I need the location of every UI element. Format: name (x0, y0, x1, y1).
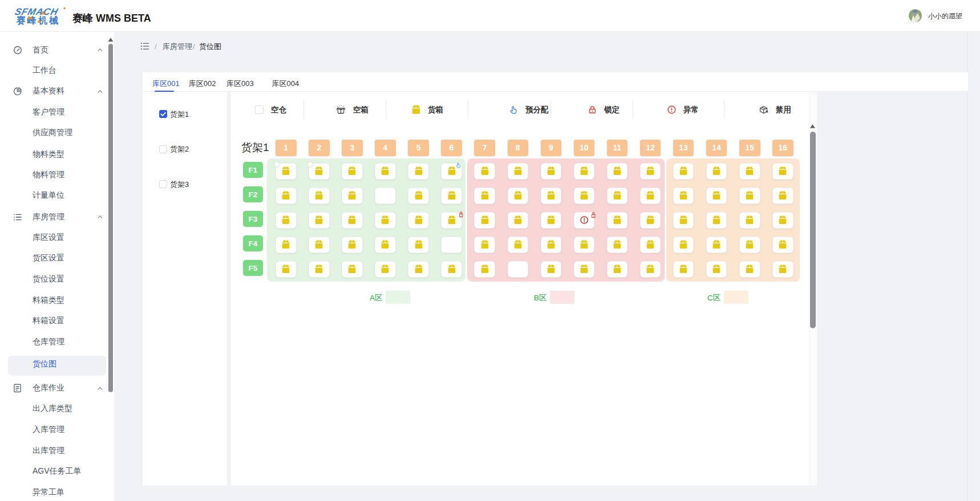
svg-text:赛峰机械: 赛峰机械 (16, 15, 60, 25)
